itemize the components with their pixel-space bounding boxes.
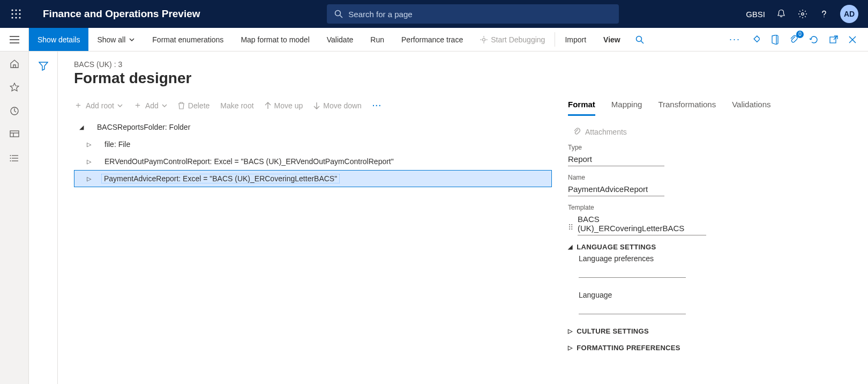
list-icon[interactable] — [10, 153, 19, 163]
move-down-button[interactable]: Move down — [313, 101, 362, 110]
run-button[interactable]: Run — [362, 28, 393, 51]
map-format-button[interactable]: Map format to model — [232, 28, 318, 51]
filter-rail — [29, 51, 58, 384]
tree-row-selected[interactable]: ▷ PaymentAdviceReport: Excel = "BACS (UK… — [74, 170, 552, 187]
name-label: Name — [568, 174, 852, 181]
company-code[interactable]: GBSI — [746, 10, 765, 19]
section-formatting-label: FORMATTING PREFERENCES — [577, 344, 680, 352]
attachments-icon[interactable]: 0 — [790, 35, 798, 45]
bell-icon[interactable] — [776, 9, 787, 19]
chevron-down-icon — [117, 103, 123, 108]
svg-point-7 — [15, 17, 17, 18]
caret-down-icon[interactable]: ◢ — [77, 124, 86, 131]
caret-right-icon[interactable]: ▷ — [84, 175, 94, 182]
caret-right-icon: ▷ — [568, 344, 572, 351]
arrow-up-icon — [265, 102, 271, 109]
tab-format[interactable]: Format — [568, 100, 595, 116]
section-formatting-preferences[interactable]: ▷ FORMATTING PREFERENCES — [568, 344, 852, 352]
app-title: Finance and Operations Preview — [43, 8, 200, 20]
menu-toggle-icon[interactable] — [0, 28, 29, 51]
validate-button[interactable]: Validate — [318, 28, 362, 51]
tree-root-label: BACSReportsFolder: Folder — [94, 123, 193, 131]
gear-icon[interactable] — [797, 9, 808, 19]
svg-rect-22 — [754, 35, 760, 41]
breadcrumb: BACS (UK) : 3 — [74, 60, 852, 69]
caret-right-icon[interactable]: ▷ — [84, 141, 94, 148]
more-icon[interactable]: ··· — [729, 34, 740, 45]
section-language-settings[interactable]: ◢ LANGUAGE SETTINGS — [568, 243, 852, 251]
view-button[interactable]: View — [595, 28, 629, 51]
left-rail — [0, 51, 29, 384]
paperclip-icon — [573, 128, 581, 136]
section-culture-settings[interactable]: ▷ CULTURE SETTINGS — [568, 327, 852, 335]
star-icon[interactable] — [10, 83, 19, 92]
clock-icon[interactable] — [10, 106, 19, 116]
show-all-button[interactable]: Show all — [88, 28, 144, 51]
popout-icon[interactable] — [829, 35, 838, 44]
language-preferences-field[interactable] — [579, 265, 686, 278]
start-debugging-label: Start Debugging — [491, 35, 545, 44]
svg-point-1 — [15, 9, 17, 11]
tree-node-label: PaymentAdviceReport: Excel = "BACS (UK)_… — [101, 174, 340, 183]
arrow-down-icon — [313, 102, 320, 109]
section-culture-label: CULTURE SETTINGS — [577, 327, 649, 335]
chevron-down-icon — [162, 103, 167, 108]
start-debugging-button[interactable]: Start Debugging — [472, 28, 553, 51]
tree-row[interactable]: ▷ ERVendOutPaymControlReport: Excel = "B… — [74, 153, 552, 170]
trash-icon — [178, 102, 185, 109]
chevron-down-icon — [129, 36, 135, 43]
search-action-icon[interactable] — [629, 28, 650, 51]
caret-right-icon: ▷ — [568, 328, 572, 335]
page-title: Format designer — [74, 70, 852, 87]
add-button[interactable]: ＋Add — [133, 100, 167, 111]
tree-row[interactable]: ▷ file: File — [74, 136, 552, 153]
search-icon — [334, 10, 343, 18]
tab-mapping[interactable]: Mapping — [611, 100, 642, 116]
move-up-button[interactable]: Move up — [265, 101, 303, 110]
waffle-icon[interactable] — [9, 6, 24, 21]
type-label: Type — [568, 144, 852, 151]
svg-point-34 — [10, 158, 11, 159]
top-bar: Finance and Operations Preview Search fo… — [0, 0, 868, 28]
avatar[interactable]: AD — [840, 5, 858, 23]
tree-pane: ＋Add root ＋Add Delete Make root Move up … — [74, 100, 552, 355]
template-value[interactable]: BACS (UK)_ERCoveringLetterBACS — [578, 212, 706, 235]
close-icon[interactable] — [849, 36, 856, 43]
tab-transformations[interactable]: Transformations — [658, 100, 716, 116]
search-input[interactable]: Search for a page — [327, 4, 619, 24]
caret-right-icon[interactable]: ▷ — [84, 158, 94, 165]
tree-root-row[interactable]: ◢ BACSReportsFolder: Folder — [74, 119, 552, 136]
language-field[interactable] — [579, 301, 686, 314]
refresh-icon[interactable] — [809, 35, 819, 45]
language-label: Language — [579, 291, 852, 299]
workspace-icon[interactable] — [10, 130, 19, 139]
more-tree-icon[interactable]: ··· — [372, 101, 382, 110]
show-details-button[interactable]: Show details — [29, 28, 88, 51]
make-root-button[interactable]: Make root — [220, 101, 253, 110]
diamond-icon[interactable] — [751, 35, 760, 44]
main-column: BACS (UK) : 3 Format designer ＋Add root … — [58, 51, 868, 384]
home-icon[interactable] — [10, 59, 19, 69]
add-root-button[interactable]: ＋Add root — [74, 100, 123, 111]
attachments-button[interactable]: Attachments — [568, 125, 852, 138]
format-enumerations-button[interactable]: Format enumerations — [144, 28, 232, 51]
type-value[interactable]: Report — [568, 152, 664, 166]
svg-line-21 — [641, 41, 643, 43]
filter-icon[interactable] — [39, 61, 48, 384]
svg-point-20 — [636, 36, 641, 41]
import-button[interactable]: Import — [556, 28, 595, 51]
svg-point-33 — [10, 155, 11, 156]
language-preferences-label: Language preferences — [579, 254, 852, 263]
office-icon[interactable] — [770, 35, 779, 45]
tree-toolbar: ＋Add root ＋Add Delete Make root Move up … — [74, 100, 552, 111]
name-value[interactable]: PaymentAdviceReport — [568, 182, 664, 196]
tab-validations[interactable]: Validations — [732, 100, 770, 116]
help-icon[interactable] — [819, 9, 829, 19]
svg-point-0 — [11, 9, 13, 11]
delete-button[interactable]: Delete — [178, 101, 209, 110]
template-label: Template — [568, 204, 852, 211]
grip-icon[interactable]: ⠿ — [568, 221, 572, 233]
performance-trace-button[interactable]: Performance trace — [393, 28, 472, 51]
separator — [555, 32, 555, 47]
svg-point-8 — [19, 17, 20, 18]
